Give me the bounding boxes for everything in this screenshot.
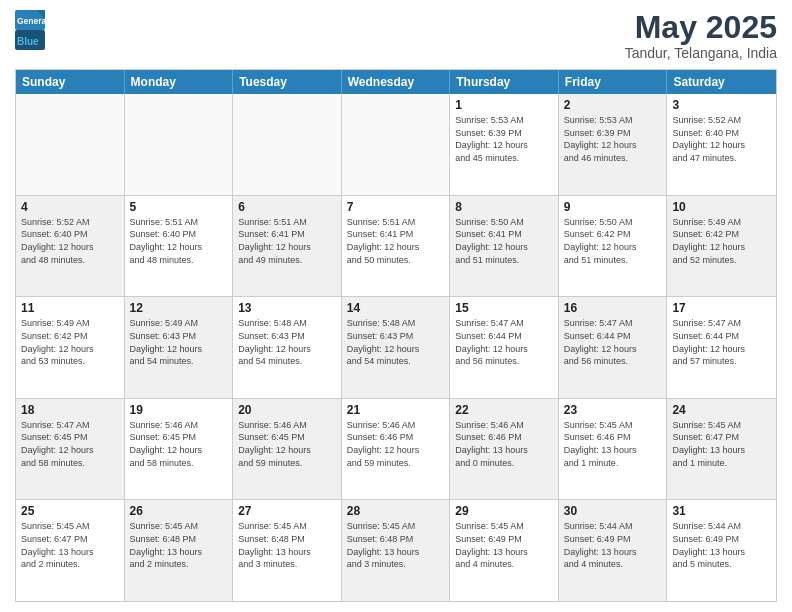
day-info: Sunrise: 5:50 AM Sunset: 6:42 PM Dayligh… <box>564 216 662 266</box>
calendar-header: SundayMondayTuesdayWednesdayThursdayFrid… <box>16 70 776 94</box>
day-info: Sunrise: 5:45 AM Sunset: 6:49 PM Dayligh… <box>455 520 553 570</box>
cal-cell-empty <box>342 94 451 195</box>
day-number: 19 <box>130 403 228 417</box>
cal-cell-day-3: 3Sunrise: 5:52 AM Sunset: 6:40 PM Daylig… <box>667 94 776 195</box>
header: General Blue May 2025 Tandur, Telangana,… <box>15 10 777 61</box>
day-info: Sunrise: 5:47 AM Sunset: 6:44 PM Dayligh… <box>455 317 553 367</box>
month-title: May 2025 <box>625 10 777 45</box>
day-number: 1 <box>455 98 553 112</box>
cal-cell-day-30: 30Sunrise: 5:44 AM Sunset: 6:49 PM Dayli… <box>559 500 668 601</box>
cal-cell-day-1: 1Sunrise: 5:53 AM Sunset: 6:39 PM Daylig… <box>450 94 559 195</box>
cal-cell-day-15: 15Sunrise: 5:47 AM Sunset: 6:44 PM Dayli… <box>450 297 559 398</box>
cal-cell-day-26: 26Sunrise: 5:45 AM Sunset: 6:48 PM Dayli… <box>125 500 234 601</box>
day-number: 9 <box>564 200 662 214</box>
weekday-header-monday: Monday <box>125 70 234 94</box>
cal-cell-day-10: 10Sunrise: 5:49 AM Sunset: 6:42 PM Dayli… <box>667 196 776 297</box>
cal-cell-day-11: 11Sunrise: 5:49 AM Sunset: 6:42 PM Dayli… <box>16 297 125 398</box>
location: Tandur, Telangana, India <box>625 45 777 61</box>
cal-cell-day-5: 5Sunrise: 5:51 AM Sunset: 6:40 PM Daylig… <box>125 196 234 297</box>
day-number: 27 <box>238 504 336 518</box>
day-number: 18 <box>21 403 119 417</box>
day-info: Sunrise: 5:49 AM Sunset: 6:42 PM Dayligh… <box>21 317 119 367</box>
cal-cell-day-13: 13Sunrise: 5:48 AM Sunset: 6:43 PM Dayli… <box>233 297 342 398</box>
cal-cell-day-2: 2Sunrise: 5:53 AM Sunset: 6:39 PM Daylig… <box>559 94 668 195</box>
cal-cell-day-29: 29Sunrise: 5:45 AM Sunset: 6:49 PM Dayli… <box>450 500 559 601</box>
cal-cell-day-16: 16Sunrise: 5:47 AM Sunset: 6:44 PM Dayli… <box>559 297 668 398</box>
day-number: 7 <box>347 200 445 214</box>
day-number: 13 <box>238 301 336 315</box>
weekday-header-friday: Friday <box>559 70 668 94</box>
cal-cell-day-31: 31Sunrise: 5:44 AM Sunset: 6:49 PM Dayli… <box>667 500 776 601</box>
day-info: Sunrise: 5:45 AM Sunset: 6:47 PM Dayligh… <box>21 520 119 570</box>
cal-cell-day-8: 8Sunrise: 5:50 AM Sunset: 6:41 PM Daylig… <box>450 196 559 297</box>
day-info: Sunrise: 5:46 AM Sunset: 6:45 PM Dayligh… <box>238 419 336 469</box>
cal-cell-day-19: 19Sunrise: 5:46 AM Sunset: 6:45 PM Dayli… <box>125 399 234 500</box>
day-info: Sunrise: 5:47 AM Sunset: 6:45 PM Dayligh… <box>21 419 119 469</box>
calendar-body: 1Sunrise: 5:53 AM Sunset: 6:39 PM Daylig… <box>16 94 776 601</box>
weekday-header-sunday: Sunday <box>16 70 125 94</box>
day-info: Sunrise: 5:52 AM Sunset: 6:40 PM Dayligh… <box>21 216 119 266</box>
day-number: 17 <box>672 301 771 315</box>
day-number: 8 <box>455 200 553 214</box>
cal-cell-day-9: 9Sunrise: 5:50 AM Sunset: 6:42 PM Daylig… <box>559 196 668 297</box>
day-info: Sunrise: 5:50 AM Sunset: 6:41 PM Dayligh… <box>455 216 553 266</box>
cal-cell-day-23: 23Sunrise: 5:45 AM Sunset: 6:46 PM Dayli… <box>559 399 668 500</box>
day-number: 26 <box>130 504 228 518</box>
day-number: 23 <box>564 403 662 417</box>
day-info: Sunrise: 5:45 AM Sunset: 6:47 PM Dayligh… <box>672 419 771 469</box>
calendar-row-3: 18Sunrise: 5:47 AM Sunset: 6:45 PM Dayli… <box>16 398 776 500</box>
day-info: Sunrise: 5:45 AM Sunset: 6:48 PM Dayligh… <box>347 520 445 570</box>
day-number: 25 <box>21 504 119 518</box>
day-number: 28 <box>347 504 445 518</box>
logo: General Blue <box>15 10 75 50</box>
day-info: Sunrise: 5:44 AM Sunset: 6:49 PM Dayligh… <box>672 520 771 570</box>
svg-text:General: General <box>17 16 49 26</box>
cal-cell-empty <box>16 94 125 195</box>
cal-cell-day-24: 24Sunrise: 5:45 AM Sunset: 6:47 PM Dayli… <box>667 399 776 500</box>
day-info: Sunrise: 5:53 AM Sunset: 6:39 PM Dayligh… <box>455 114 553 164</box>
cal-cell-day-25: 25Sunrise: 5:45 AM Sunset: 6:47 PM Dayli… <box>16 500 125 601</box>
svg-text:Blue: Blue <box>17 36 39 47</box>
weekday-header-tuesday: Tuesday <box>233 70 342 94</box>
calendar-row-0: 1Sunrise: 5:53 AM Sunset: 6:39 PM Daylig… <box>16 94 776 195</box>
cal-cell-day-27: 27Sunrise: 5:45 AM Sunset: 6:48 PM Dayli… <box>233 500 342 601</box>
day-number: 24 <box>672 403 771 417</box>
day-info: Sunrise: 5:45 AM Sunset: 6:48 PM Dayligh… <box>130 520 228 570</box>
logo-svg: General Blue <box>15 10 75 50</box>
day-info: Sunrise: 5:46 AM Sunset: 6:45 PM Dayligh… <box>130 419 228 469</box>
cal-cell-day-4: 4Sunrise: 5:52 AM Sunset: 6:40 PM Daylig… <box>16 196 125 297</box>
day-number: 3 <box>672 98 771 112</box>
day-number: 22 <box>455 403 553 417</box>
day-number: 14 <box>347 301 445 315</box>
day-number: 12 <box>130 301 228 315</box>
day-info: Sunrise: 5:47 AM Sunset: 6:44 PM Dayligh… <box>672 317 771 367</box>
cal-cell-empty <box>233 94 342 195</box>
day-info: Sunrise: 5:51 AM Sunset: 6:41 PM Dayligh… <box>347 216 445 266</box>
day-info: Sunrise: 5:51 AM Sunset: 6:41 PM Dayligh… <box>238 216 336 266</box>
cal-cell-day-17: 17Sunrise: 5:47 AM Sunset: 6:44 PM Dayli… <box>667 297 776 398</box>
page: General Blue May 2025 Tandur, Telangana,… <box>0 0 792 612</box>
cal-cell-day-7: 7Sunrise: 5:51 AM Sunset: 6:41 PM Daylig… <box>342 196 451 297</box>
day-number: 16 <box>564 301 662 315</box>
calendar-row-4: 25Sunrise: 5:45 AM Sunset: 6:47 PM Dayli… <box>16 499 776 601</box>
day-info: Sunrise: 5:47 AM Sunset: 6:44 PM Dayligh… <box>564 317 662 367</box>
day-number: 29 <box>455 504 553 518</box>
cal-cell-empty <box>125 94 234 195</box>
day-number: 15 <box>455 301 553 315</box>
cal-cell-day-28: 28Sunrise: 5:45 AM Sunset: 6:48 PM Dayli… <box>342 500 451 601</box>
title-area: May 2025 Tandur, Telangana, India <box>625 10 777 61</box>
day-number: 31 <box>672 504 771 518</box>
cal-cell-day-6: 6Sunrise: 5:51 AM Sunset: 6:41 PM Daylig… <box>233 196 342 297</box>
day-info: Sunrise: 5:53 AM Sunset: 6:39 PM Dayligh… <box>564 114 662 164</box>
cal-cell-day-22: 22Sunrise: 5:46 AM Sunset: 6:46 PM Dayli… <box>450 399 559 500</box>
day-number: 20 <box>238 403 336 417</box>
weekday-header-saturday: Saturday <box>667 70 776 94</box>
weekday-header-wednesday: Wednesday <box>342 70 451 94</box>
day-info: Sunrise: 5:51 AM Sunset: 6:40 PM Dayligh… <box>130 216 228 266</box>
day-number: 6 <box>238 200 336 214</box>
day-number: 5 <box>130 200 228 214</box>
day-info: Sunrise: 5:49 AM Sunset: 6:42 PM Dayligh… <box>672 216 771 266</box>
day-number: 30 <box>564 504 662 518</box>
day-number: 4 <box>21 200 119 214</box>
day-number: 2 <box>564 98 662 112</box>
